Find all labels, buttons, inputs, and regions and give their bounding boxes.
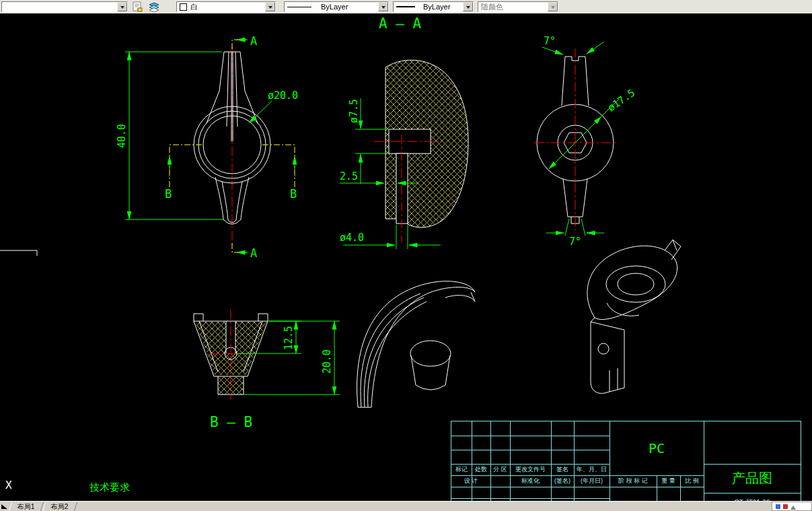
chevron-down-icon: [551, 6, 555, 11]
top-toolbar: 白 ByLayer ByLayer 随颜色: [0, 0, 812, 14]
dim-wing-angle-bottom: 7°: [569, 236, 581, 248]
chevron-down-icon: [466, 6, 470, 11]
make-object-layer-current-icon[interactable]: [131, 1, 143, 13]
color-combo[interactable]: 白: [176, 1, 276, 12]
title-block[interactable]: 标记 处数 分 区 更改文件号 签名 年、月、日 设 计 标准化 (签名) (年…: [451, 421, 801, 502]
titleblock-date2-label: (年月日): [574, 475, 610, 487]
ucs-x-label: X: [5, 479, 12, 491]
section-cut-marks[interactable]: A A B B: [165, 34, 297, 260]
linetype-preview: [287, 7, 311, 7]
titleblock-drawing-title: 产品图: [704, 464, 801, 493]
titleblock-header-zone: 分 区: [490, 464, 510, 475]
titleblock-material: PC: [610, 421, 704, 475]
titleblock-header-signature: 签名: [551, 464, 574, 475]
lineweight-combo-arrow[interactable]: [463, 2, 473, 11]
grid-line: [551, 421, 552, 502]
cut-label-a-bottom: A: [250, 246, 257, 260]
tab-layout2-label: 布局2: [51, 502, 69, 511]
tech-requirements-label: 技术要求: [89, 481, 130, 493]
grid-line: [574, 421, 575, 502]
plot-style-combo: 随颜色: [478, 1, 558, 12]
side-view[interactable]: [534, 48, 616, 230]
section-label-bb: B — B: [210, 414, 252, 430]
chevron-down-icon: [120, 6, 124, 11]
lineweight-preview: [396, 6, 415, 7]
color-swatch: [180, 3, 187, 11]
dim-front-height: 40.0: [116, 124, 128, 148]
plot-style-combo-value: 随颜色: [481, 2, 503, 12]
titleblock-header-mark: 标记: [451, 464, 472, 475]
section-view-aa[interactable]: [374, 60, 468, 242]
sheet-arrow-icon: [132, 1, 143, 12]
lineweight-combo-value: ByLayer: [423, 3, 450, 11]
grid-line: [490, 421, 491, 502]
grid-line: [451, 436, 610, 436]
color-combo-arrow[interactable]: [265, 2, 275, 11]
plot-style-combo-arrow: [548, 2, 558, 11]
layers-icon: [149, 1, 159, 12]
cut-label-a-top: A: [250, 34, 257, 48]
tab-layout2[interactable]: 布局2: [42, 502, 77, 511]
linetype-combo-value: ByLayer: [321, 3, 348, 11]
titleblock-scale-label: 比 例: [680, 475, 704, 487]
tray-panel[interactable]: [772, 502, 812, 511]
layer-combo-arrow[interactable]: [117, 2, 127, 11]
front-view-dimensions[interactable]: 40.0 ø20.0: [116, 52, 298, 219]
dim-wing-angle-top: 7°: [544, 35, 556, 47]
panel-edge-line: [0, 250, 37, 256]
cut-label-b-right: B: [290, 187, 297, 201]
titleblock-header-date: 年、月、日: [574, 464, 610, 475]
dim-wall-offset: 2.5: [340, 170, 358, 182]
tab-scroll-icon[interactable]: [1, 504, 7, 509]
grid-line: [472, 421, 472, 502]
dim-outer-diameter: ø17.5: [605, 87, 637, 114]
titleblock-stage-label: 阶 段 标 记: [610, 475, 657, 487]
grid-line: [510, 421, 511, 502]
tray-icon-2[interactable]: [783, 504, 788, 509]
section-view-bb[interactable]: [194, 310, 268, 400]
titleblock-standardization-label: 标准化: [510, 475, 551, 487]
layer-combo[interactable]: [1, 1, 128, 12]
side-view-dimensions[interactable]: 7° ø17.5 7°: [542, 35, 637, 248]
layout-tab-bar: 布局1 布局2: [0, 501, 812, 511]
tab-layout1[interactable]: 布局1: [9, 502, 44, 511]
grid-line: [451, 498, 610, 499]
cut-label-b-left: B: [165, 187, 172, 201]
chevron-down-icon: [268, 6, 272, 11]
section-bb-dimensions[interactable]: 12.5 20.0 B — B: [210, 321, 340, 430]
color-combo-value: 白: [190, 2, 198, 12]
chevron-down-icon: [381, 6, 385, 11]
titleblock-header-count: 处数: [472, 464, 490, 475]
drawing-canvas[interactable]: A — A 40.0 ø20.0 A: [0, 13, 812, 502]
tray-icon-1[interactable]: [776, 504, 780, 509]
grid-line: [451, 450, 610, 450]
titleblock-header-change-doc: 更改文件号: [510, 464, 551, 475]
dim-front-diameter: ø20.0: [268, 90, 298, 102]
layer-previous-icon[interactable]: [147, 1, 160, 13]
grid-line: [451, 487, 704, 487]
dim-shaft-diameter: ø4.0: [340, 232, 364, 244]
titleblock-design-label: 设 计: [451, 475, 490, 487]
front-view[interactable]: [194, 46, 270, 246]
dim-total-height: 20.0: [321, 349, 333, 374]
tray-icon-3[interactable]: [790, 503, 796, 510]
linetype-combo-arrow[interactable]: [378, 2, 388, 11]
isometric-view-2[interactable]: [587, 240, 681, 393]
linetype-combo[interactable]: ByLayer: [284, 1, 389, 12]
dim-hub-diameter: ø7.5: [348, 99, 360, 123]
dim-boss-depth: 12.5: [283, 326, 295, 350]
isometric-view-1[interactable]: [357, 281, 475, 407]
titleblock-weight-label: 重 量: [657, 475, 680, 487]
lineweight-combo[interactable]: ByLayer: [393, 1, 474, 12]
section-label-aa: A — A: [379, 15, 422, 32]
tab-layout1-label: 布局1: [17, 502, 35, 511]
titleblock-sig-label: (签名): [551, 475, 574, 487]
